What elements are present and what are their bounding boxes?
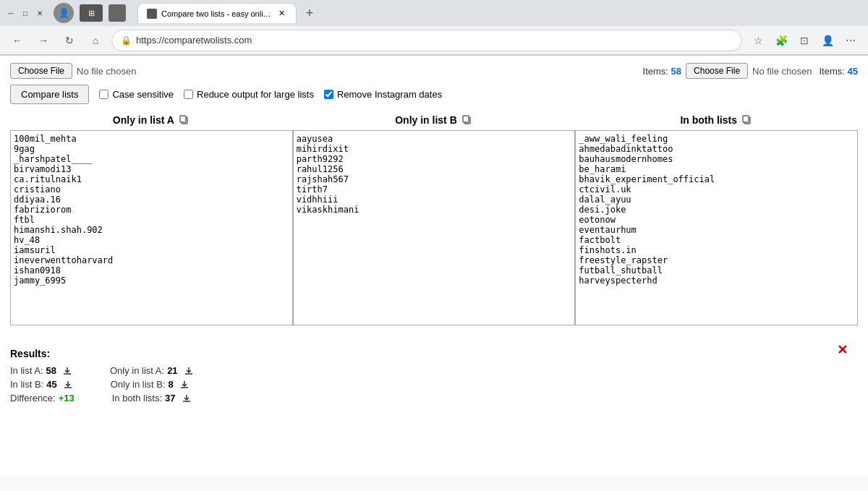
results-row-2: In list B: 45 Only in list B: 8: [10, 379, 858, 390]
top-controls: Choose File No file chosen Items: 58 Cho…: [10, 63, 858, 79]
choose-file-b-button[interactable]: Choose File: [686, 63, 748, 79]
download-only-b-icon[interactable]: [179, 380, 190, 390]
only-in-a-value: 21: [167, 365, 177, 376]
in-list-b-label: In list B:: [10, 379, 43, 390]
both-lists-header: In both lists: [575, 114, 858, 126]
tab-favicon: [147, 9, 157, 19]
copy-b-icon[interactable]: [461, 114, 473, 126]
reduce-output-label[interactable]: Reduce output for large lists: [184, 89, 314, 100]
in-list-a-label: In list A:: [10, 365, 43, 376]
nav-bar: ← → ↻ ⌂ 🔒 https://comparetwolists.com ☆ …: [0, 26, 868, 55]
no-file-a-text: No file chosen: [77, 66, 136, 77]
in-list-b-result: In list B: 45: [10, 379, 73, 390]
bookmark-star-button[interactable]: ☆: [748, 30, 768, 51]
active-tab[interactable]: Compare two lists - easy online ✕: [137, 3, 297, 23]
window-controls: ─ □ ✕: [6, 8, 45, 18]
extension-icon[interactable]: [109, 4, 126, 22]
in-list-b-value: 45: [46, 379, 56, 390]
in-list-a-value: 58: [46, 365, 56, 376]
copy-both-icon[interactable]: [741, 114, 753, 126]
security-icon: 🔒: [121, 35, 132, 46]
maximize-button[interactable]: □: [20, 8, 30, 18]
back-button[interactable]: ←: [7, 30, 27, 51]
menu-button[interactable]: ⋯: [841, 30, 861, 51]
only-in-a-result: Only in list A: 21: [110, 365, 194, 376]
svg-rect-1: [180, 116, 186, 122]
list-b-textarea[interactable]: [293, 130, 576, 325]
nav-actions: ☆ 🧩 ⊡ 👤 ⋯: [748, 30, 861, 51]
tab-bar: Compare two lists - easy online ✕ +: [132, 1, 862, 25]
compare-lists-button[interactable]: Compare lists: [10, 85, 89, 104]
only-in-b-value: 8: [169, 379, 174, 390]
minimize-button[interactable]: ─: [6, 8, 16, 18]
only-in-a-label: Only in list A:: [110, 365, 164, 376]
bookmark-icon[interactable]: ⊞: [80, 4, 103, 22]
reduce-output-checkbox[interactable]: [184, 90, 193, 99]
items-b-label: Items: 45: [820, 66, 859, 77]
case-sensitive-label[interactable]: Case sensitive: [99, 89, 174, 100]
svg-rect-3: [463, 116, 469, 122]
no-file-b-text: No file chosen: [752, 66, 812, 77]
list-b-header: Only in list B: [293, 114, 576, 126]
items-a-label: Items: 58: [643, 66, 682, 77]
forward-button[interactable]: →: [33, 30, 54, 51]
address-bar[interactable]: 🔒 https://comparetwolists.com: [111, 30, 742, 51]
home-button[interactable]: ⌂: [85, 30, 106, 51]
download-only-a-icon[interactable]: [184, 366, 194, 376]
close-button[interactable]: ✕: [35, 8, 45, 18]
copy-a-icon[interactable]: [179, 114, 190, 126]
extensions-button[interactable]: 🧩: [771, 30, 791, 51]
items-b-count: 45: [848, 66, 858, 77]
file-input-b: Items: 58 Choose File No file chosen: [643, 63, 812, 79]
results-title: Results:: [10, 348, 858, 359]
tab-label: Compare two lists - easy online: [161, 9, 271, 18]
svg-rect-5: [743, 116, 749, 122]
ad-close-button[interactable]: ✕: [837, 342, 848, 358]
results-row-1: In list A: 58 Only in list A: 21: [10, 365, 858, 376]
both-result: In both lists: 37: [112, 393, 192, 404]
reload-button[interactable]: ↻: [59, 30, 80, 51]
in-list-a-result: In list A: 58: [10, 365, 72, 376]
only-in-b-result: Only in list B: 8: [111, 379, 190, 390]
list-b-column: Only in list B: [293, 114, 576, 328]
page-content: Choose File No file chosen Items: 58 Cho…: [0, 56, 868, 475]
case-sensitive-checkbox[interactable]: [99, 90, 109, 99]
results-row-3: Difference: +13 In both lists: 37: [10, 393, 858, 404]
both-lists-textarea[interactable]: [575, 130, 858, 325]
list-a-column: Only in list A: [10, 114, 293, 328]
difference-label: Difference:: [10, 393, 56, 404]
file-input-a: Choose File No file chosen: [10, 63, 136, 79]
browser-chrome: ─ □ ✕ 👤 ⊞ Compare two lists - easy onlin…: [0, 0, 868, 56]
both-lists-column: In both lists: [575, 114, 858, 328]
download-a-icon[interactable]: [62, 366, 72, 376]
sidebar-button[interactable]: ⊡: [794, 30, 814, 51]
list-a-textarea[interactable]: [10, 130, 293, 325]
only-in-b-label: Only in list B:: [111, 379, 166, 390]
items-a-count: 58: [671, 66, 681, 77]
results-section: Results: In list A: 58 Only in list A: 2…: [10, 342, 858, 412]
choose-file-a-button[interactable]: Choose File: [10, 63, 72, 79]
difference-result: Difference: +13: [10, 393, 75, 404]
profile-button[interactable]: 👤: [817, 30, 838, 51]
download-both-icon[interactable]: [182, 393, 192, 404]
lists-container: Only in list A Only in list B: [10, 114, 858, 328]
both-label: In both lists:: [112, 393, 162, 404]
url-text: https://comparetwolists.com: [136, 35, 252, 46]
difference-value: +13: [59, 393, 75, 404]
list-a-header: Only in list A: [10, 114, 293, 126]
tab-close-button[interactable]: ✕: [276, 8, 287, 20]
both-value: 37: [165, 393, 175, 404]
options-row: Compare lists Case sensitive Reduce outp…: [10, 85, 858, 104]
avatar: 👤: [54, 3, 74, 23]
items-b-section: Items: 45: [820, 66, 859, 77]
new-tab-button[interactable]: +: [299, 3, 320, 23]
download-b-icon[interactable]: [63, 380, 73, 390]
remove-instagram-label[interactable]: Remove Instagram dates: [324, 89, 442, 100]
title-bar: ─ □ ✕ 👤 ⊞ Compare two lists - easy onlin…: [0, 0, 868, 26]
remove-instagram-checkbox[interactable]: [324, 90, 333, 99]
